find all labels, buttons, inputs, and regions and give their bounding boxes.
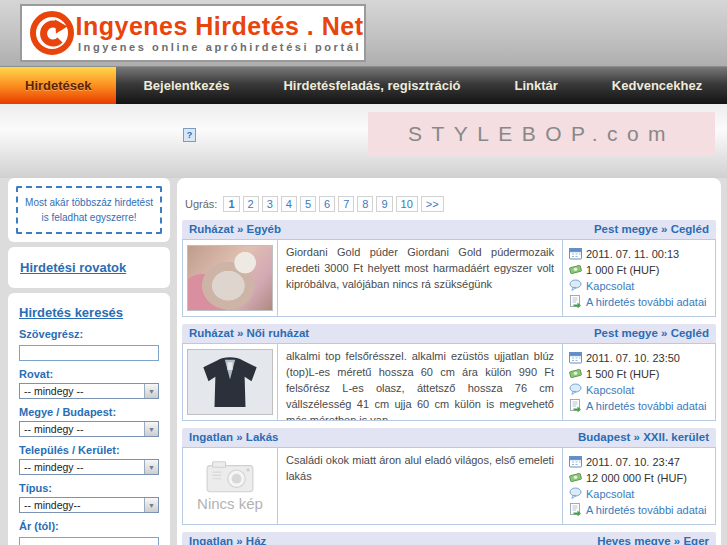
price-from-field-group: Ár (tól):: [19, 520, 159, 545]
listing-body: Giordani Gold púder Giordani Gold púderm…: [182, 239, 716, 317]
site-title: Ingyenes Hirdetés . Net: [75, 13, 364, 39]
nav-tab-hirdetesek[interactable]: Hirdetések: [0, 67, 116, 104]
listing-body: alkalmi top felsőrésszel. alkalmi ezüstö…: [182, 343, 716, 421]
content-area: Most akár többszáz hirdetést is feladhat…: [0, 178, 727, 545]
listing-thumbnail[interactable]: Nincs kép: [183, 448, 278, 524]
nav-tab-linktar[interactable]: Linktár: [488, 67, 585, 104]
speech-bubble-icon: [569, 383, 582, 396]
listing-date-line: 2011. 07. 10. 23:47: [569, 455, 709, 468]
money-icon: [569, 471, 582, 484]
type-select[interactable]: -- mindegy-- ▼: [19, 497, 159, 513]
page-1-button[interactable]: 1: [223, 196, 239, 212]
type-field-label: Típus:: [19, 482, 159, 494]
listings-panel: Ugrás: 1 2 3 4 5 6 7 8 9 10 >> Ruházat »…: [177, 178, 721, 545]
details-link[interactable]: A hirdetés további adatai: [586, 296, 706, 308]
pagination: Ugrás: 1 2 3 4 5 6 7 8 9 10 >>: [185, 196, 716, 212]
details-link[interactable]: A hirdetés további adatai: [586, 400, 706, 412]
category-select[interactable]: -- mindegy -- ▼: [19, 383, 159, 399]
category-field-label: Rovat:: [19, 368, 159, 380]
logo-text: Ingyenes Hirdetés . Net Ingyenes online …: [75, 13, 364, 53]
listing-location-link[interactable]: Budapest » XXII. kerület: [578, 431, 709, 443]
details-link[interactable]: A hirdetés további adatai: [586, 504, 706, 516]
promo-panel: Most akár többszáz hirdetést is feladhat…: [8, 178, 170, 242]
categories-link[interactable]: Hirdetési rovatok: [20, 260, 126, 275]
details-page-icon: [569, 503, 582, 516]
listing-description: Giordani Gold púder Giordani Gold púderm…: [278, 240, 563, 316]
speech-bubble-icon: [569, 487, 582, 500]
next-pages-button[interactable]: >>: [421, 196, 444, 212]
listing-info: 2011. 07. 10. 23:47 12 000 000 Ft (HUF): [563, 448, 715, 524]
dropdown-arrow-icon: ▼: [144, 460, 158, 474]
dropdown-arrow-icon: ▼: [144, 422, 158, 436]
listing-row: Ingatlan » Lakás Budapest » XXII. kerüle…: [182, 428, 716, 525]
listing-date: 2011. 07. 11. 00:13: [586, 248, 679, 260]
listing-header: Ingatlan » Ház Heves megye » Eger: [182, 532, 716, 545]
listing-price: 1 500 Ft (HUF): [586, 368, 659, 380]
sidebar: Most akár többszáz hirdetést is feladhat…: [8, 178, 170, 545]
listing-contact-line: Kapcsolat: [569, 487, 709, 500]
search-link[interactable]: Hirdetés keresés: [19, 305, 123, 320]
listing-date: 2011. 07. 10. 23:50: [586, 352, 680, 364]
county-field-group: Megye / Budapest: -- mindegy -- ▼: [19, 406, 159, 437]
page-2-button[interactable]: 2: [243, 196, 259, 212]
nav-tab-hirdetesfeladas[interactable]: Hirdetésfeladás, regisztráció: [256, 67, 487, 104]
bulk-upload-promo-link[interactable]: Most akár többszáz hirdetést is feladhat…: [16, 186, 162, 234]
page-5-button[interactable]: 5: [300, 196, 316, 212]
page-4-button[interactable]: 4: [281, 196, 297, 212]
page-10-button[interactable]: 10: [396, 196, 418, 212]
calendar-icon: [569, 247, 582, 260]
page-3-button[interactable]: 3: [262, 196, 278, 212]
county-select[interactable]: -- mindegy -- ▼: [19, 421, 159, 437]
listing-contact-line: Kapcsolat: [569, 279, 709, 292]
listing-category-link[interactable]: Ruházat » Egyéb: [189, 223, 281, 235]
listing-header: Ruházat » Női ruházat Pest megye » Ceglé…: [182, 324, 716, 343]
listing-details-line: A hirdetés további adatai: [569, 295, 709, 308]
listing-thumbnail[interactable]: [183, 344, 278, 420]
calendar-icon: [569, 455, 582, 468]
speech-bubble-icon: [569, 279, 582, 292]
no-image-label: Nincs kép: [197, 495, 263, 512]
listing-category-link[interactable]: Ingatlan » Lakás: [189, 431, 278, 443]
pagination-label: Ugrás:: [185, 198, 217, 210]
listing-header: Ingatlan » Lakás Budapest » XXII. kerüle…: [182, 428, 716, 447]
page-8-button[interactable]: 8: [357, 196, 373, 212]
listing-details-line: A hirdetés további adatai: [569, 399, 709, 412]
search-text-input[interactable]: [19, 345, 159, 361]
dark-blouse-photo: [187, 349, 273, 415]
listing-location-link[interactable]: Pest megye » Cegléd: [594, 223, 709, 235]
listing-location-link[interactable]: Heves megye » Eger: [597, 535, 709, 545]
banner-strip: ? STYLEBOP.com: [0, 104, 727, 178]
price-from-input[interactable]: [19, 537, 159, 545]
categories-panel: Hirdetési rovatok: [8, 247, 170, 288]
dropdown-arrow-icon: ▼: [144, 384, 158, 398]
city-select[interactable]: -- mindegy -- ▼: [19, 459, 159, 475]
county-field-label: Megye / Budapest:: [19, 406, 159, 418]
listing-row: Ruházat » Egyéb Pest megye » Cegléd Gior…: [182, 220, 716, 317]
page-7-button[interactable]: 7: [338, 196, 354, 212]
contact-link[interactable]: Kapcsolat: [586, 488, 634, 500]
site-subtitle: Ingyenes online apróhirdetési portál: [75, 41, 364, 53]
stylebop-ad-banner[interactable]: STYLEBOP.com: [368, 112, 715, 156]
listing-price: 12 000 000 Ft (HUF): [586, 472, 687, 484]
type-field-group: Típus: -- mindegy-- ▼: [19, 482, 159, 513]
listing-thumbnail[interactable]: [183, 240, 278, 316]
listing-category-link[interactable]: Ingatlan » Ház: [189, 535, 266, 545]
site-header: Ingyenes Hirdetés . Net Ingyenes online …: [0, 0, 727, 66]
nav-tab-bejelentkezes[interactable]: Bejelentkezés: [116, 67, 256, 104]
category-field-group: Rovat: -- mindegy -- ▼: [19, 368, 159, 399]
listing-category-link[interactable]: Ruházat » Női ruházat: [189, 327, 309, 339]
jacket-image: [193, 352, 267, 412]
site-logo[interactable]: Ingyenes Hirdetés . Net Ingyenes online …: [20, 4, 366, 62]
listing-info: 2011. 07. 11. 00:13 1 000 Ft (HUF): [563, 240, 715, 316]
listing-location-link[interactable]: Pest megye » Cegléd: [594, 327, 709, 339]
listing-body: Nincs kép Családi okok miatt áron alul e…: [182, 447, 716, 525]
listing-contact-line: Kapcsolat: [569, 383, 709, 396]
details-page-icon: [569, 295, 582, 308]
contact-link[interactable]: Kapcsolat: [586, 384, 634, 396]
page-6-button[interactable]: 6: [319, 196, 335, 212]
page-9-button[interactable]: 9: [376, 196, 392, 212]
listing-row: Ruházat » Női ruházat Pest megye » Ceglé…: [182, 324, 716, 421]
nav-tab-kedvencekhez[interactable]: Kedvencekhez: [585, 67, 727, 104]
text-field-label: Szövegrész:: [19, 328, 159, 340]
contact-link[interactable]: Kapcsolat: [586, 280, 634, 292]
